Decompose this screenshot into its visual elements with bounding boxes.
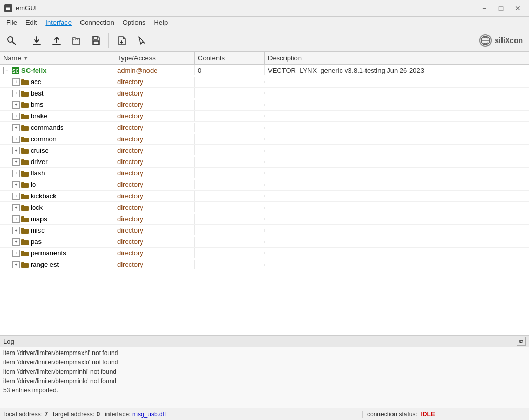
open-button[interactable] bbox=[67, 31, 86, 50]
table-row[interactable]: + commandsdirectory bbox=[0, 122, 529, 133]
log-line: item '/driver/limiter/btempmaxhi' not fo… bbox=[3, 348, 526, 358]
main-content: Name ▼ Type/Access Contents Description … bbox=[0, 52, 529, 335]
row-description-cell bbox=[265, 150, 529, 152]
expand-button[interactable]: + bbox=[12, 158, 20, 166]
table-row[interactable]: + driverdirectory bbox=[0, 156, 529, 168]
table-row[interactable]: + mapsdirectory bbox=[0, 213, 529, 225]
row-description-cell bbox=[265, 127, 529, 129]
row-contents-cell bbox=[195, 252, 265, 254]
expand-button[interactable]: + bbox=[12, 136, 20, 143]
expand-button[interactable]: + bbox=[12, 101, 20, 109]
log-header: Log ⧉ bbox=[0, 336, 529, 347]
save-button[interactable] bbox=[87, 31, 105, 50]
new-document-button[interactable] bbox=[112, 31, 131, 50]
expand-button[interactable]: + bbox=[12, 124, 20, 131]
col-header-description: Description bbox=[265, 52, 529, 64]
row-name-cell: + io bbox=[0, 180, 114, 190]
title-bar: emGUI − □ ✕ bbox=[0, 0, 529, 17]
expand-button[interactable]: + bbox=[12, 170, 20, 177]
expand-button[interactable]: + bbox=[12, 181, 20, 188]
row-name-text: range est bbox=[31, 261, 59, 268]
close-button[interactable]: ✕ bbox=[510, 3, 525, 13]
menu-file[interactable]: File bbox=[2, 18, 21, 28]
svg-rect-8 bbox=[94, 37, 97, 39]
row-description-cell bbox=[265, 207, 529, 209]
row-description-cell bbox=[265, 184, 529, 186]
expand-button[interactable]: − bbox=[3, 67, 10, 74]
svg-rect-2 bbox=[6, 8, 10, 9]
expand-button[interactable]: + bbox=[12, 227, 20, 234]
row-name-text: pas bbox=[31, 238, 42, 246]
menu-help[interactable]: Help bbox=[150, 18, 172, 28]
toolbar-sep-2 bbox=[108, 33, 109, 48]
expand-button[interactable]: + bbox=[12, 238, 20, 246]
row-type-cell: directory bbox=[114, 157, 195, 167]
row-name-text: cruise bbox=[31, 146, 49, 154]
row-description-cell bbox=[265, 241, 529, 243]
table-row[interactable]: + range estdirectory bbox=[0, 259, 529, 270]
table-row[interactable]: − SC SC-felixadmin@node0VECTOR_LYNX_gene… bbox=[0, 65, 529, 76]
menu-options[interactable]: Options bbox=[118, 18, 150, 28]
connection-status-label: connection status: bbox=[367, 411, 417, 418]
folder-icon bbox=[21, 181, 29, 189]
expand-button[interactable]: + bbox=[12, 90, 20, 97]
table-row[interactable]: + kickbackdirectory bbox=[0, 191, 529, 202]
log-line: 53 entries imported. bbox=[3, 386, 526, 395]
tree-table[interactable]: Name ▼ Type/Access Contents Description … bbox=[0, 52, 529, 335]
row-description-cell bbox=[265, 161, 529, 163]
row-type-cell: directory bbox=[114, 145, 195, 155]
row-contents-cell bbox=[195, 172, 265, 174]
col-header-name: Name ▼ bbox=[0, 52, 114, 64]
row-type-cell: directory bbox=[114, 225, 195, 235]
log-restore-button[interactable]: ⧉ bbox=[517, 337, 526, 346]
table-row[interactable]: + cruisedirectory bbox=[0, 145, 529, 156]
row-name-cell: + misc bbox=[0, 225, 114, 236]
expand-button[interactable]: + bbox=[12, 147, 20, 154]
table-row[interactable]: + commondirectory bbox=[0, 133, 529, 145]
row-name-cell: + pas bbox=[0, 237, 114, 247]
table-row[interactable]: + iodirectory bbox=[0, 179, 529, 191]
table-row[interactable]: + brakedirectory bbox=[0, 111, 529, 122]
table-row[interactable]: + lockdirectory bbox=[0, 202, 529, 213]
row-description-cell bbox=[265, 252, 529, 254]
row-description-cell bbox=[265, 81, 529, 83]
row-name-cell: + flash bbox=[0, 168, 114, 179]
title-bar-left: emGUI bbox=[4, 4, 37, 12]
table-row[interactable]: + pasdirectory bbox=[0, 236, 529, 248]
row-name-cell: + kickback bbox=[0, 191, 114, 201]
row-name-text: driver bbox=[31, 158, 48, 166]
expand-button[interactable]: + bbox=[12, 261, 20, 268]
expand-button[interactable]: + bbox=[12, 215, 20, 223]
row-description-cell bbox=[265, 104, 529, 106]
expand-button[interactable]: + bbox=[12, 113, 20, 120]
row-name-cell: + best bbox=[0, 88, 114, 99]
table-row[interactable]: + accdirectory bbox=[0, 76, 529, 88]
expand-button[interactable]: + bbox=[12, 193, 20, 200]
menu-edit[interactable]: Edit bbox=[21, 18, 41, 28]
status-bar: local address: 7 target address: 0 inter… bbox=[0, 408, 529, 420]
row-description-cell bbox=[265, 264, 529, 266]
upload-button[interactable] bbox=[47, 31, 66, 50]
minimize-button[interactable]: − bbox=[477, 3, 492, 13]
table-row[interactable]: + bmsdirectory bbox=[0, 99, 529, 111]
svg-text:SC: SC bbox=[12, 69, 18, 74]
table-row[interactable]: + miscdirectory bbox=[0, 225, 529, 236]
menu-connection[interactable]: Connection bbox=[76, 18, 118, 28]
row-name-text: io bbox=[31, 181, 36, 188]
expand-button[interactable]: + bbox=[12, 204, 20, 211]
search-button[interactable] bbox=[2, 31, 21, 50]
menu-interface[interactable]: Interface bbox=[41, 18, 76, 28]
table-row[interactable]: + permanentsdirectory bbox=[0, 248, 529, 259]
row-name-cell: + common bbox=[0, 134, 114, 144]
expand-button[interactable]: + bbox=[12, 250, 20, 257]
expand-button[interactable]: + bbox=[12, 78, 20, 86]
table-row[interactable]: + flashdirectory bbox=[0, 168, 529, 179]
row-contents-cell bbox=[195, 115, 265, 117]
table-row[interactable]: + bestdirectory bbox=[0, 88, 529, 99]
maximize-button[interactable]: □ bbox=[494, 3, 508, 13]
toolbar-sep-1 bbox=[24, 33, 24, 48]
silixcon-label: siliXcon bbox=[495, 36, 523, 45]
download-button[interactable] bbox=[28, 31, 46, 50]
pointer-button[interactable] bbox=[132, 31, 151, 50]
row-type-cell: directory bbox=[114, 260, 195, 269]
